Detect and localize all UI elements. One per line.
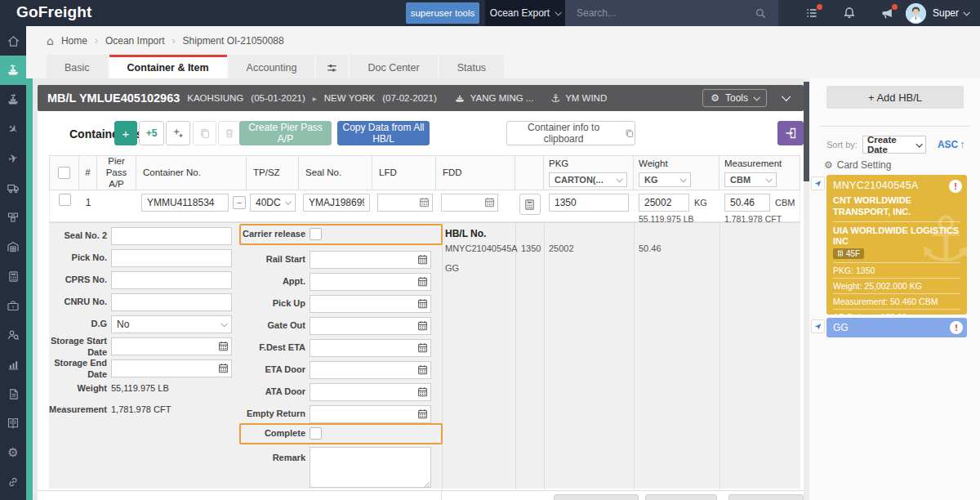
sidebar-item-workspace[interactable] [0, 291, 26, 320]
sort-direction-toggle[interactable]: ASC ↑ [938, 139, 964, 150]
tools-button[interactable]: ⚙ Tools [702, 89, 767, 107]
storage-start-input[interactable] [111, 337, 232, 355]
sidebar-item-links[interactable] [0, 467, 26, 497]
collapse-chevron-icon[interactable] [782, 92, 791, 100]
container-info-clipboard-button[interactable]: Container info to clipboard [506, 121, 635, 145]
partial-button[interactable] [645, 494, 717, 500]
tab-container-item[interactable]: Container & Item [109, 55, 227, 78]
tab-status[interactable]: Status [439, 55, 504, 78]
calendar-icon[interactable] [417, 320, 428, 331]
calendar-icon[interactable] [417, 408, 428, 419]
eta-door-input[interactable] [310, 361, 431, 379]
copy-data-from-hbl-button[interactable]: Copy Data from All HB/L [337, 121, 430, 145]
tp-sz-select[interactable]: 40DC [250, 194, 296, 212]
main-scrollbar-thumb[interactable] [804, 82, 809, 181]
sidebar-item-air-export[interactable]: ✈ [0, 144, 26, 173]
calendar-icon[interactable] [218, 363, 229, 373]
user-menu[interactable]: Super [906, 3, 969, 24]
empty-return-input[interactable] [310, 405, 431, 423]
export-containers-button[interactable] [777, 121, 804, 145]
announcements-button[interactable] [868, 0, 906, 26]
sidebar-item-ledger[interactable] [0, 408, 26, 438]
calendar-icon[interactable] [417, 254, 428, 265]
weight-unit-select[interactable]: KG [639, 172, 691, 187]
calculate-button[interactable] [519, 194, 541, 215]
sidebar-item-crm[interactable] [0, 320, 26, 350]
sidebar-item-settings[interactable]: ⚙ [0, 438, 26, 467]
sidebar-item-home[interactable] [0, 26, 26, 56]
calendar-icon[interactable] [218, 341, 229, 351]
add-five-containers-button[interactable]: +5 [139, 121, 164, 145]
gate-out-input[interactable] [310, 317, 431, 335]
cprs-no-input[interactable] [111, 271, 232, 289]
hbl-summary-no[interactable]: MNYC21040545A [445, 243, 518, 253]
tab-basic[interactable]: Basic [47, 55, 108, 78]
search-input[interactable] [577, 7, 748, 19]
tab-accounting[interactable]: Accounting [229, 55, 315, 78]
sidebar-item-documents[interactable] [0, 379, 26, 408]
measurement-unit-select[interactable]: CBM [724, 172, 777, 187]
seal2-input[interactable] [111, 227, 232, 245]
tab-accounting-filter[interactable] [316, 55, 348, 78]
copy-container-button[interactable] [193, 121, 216, 145]
seal-no-input[interactable] [303, 194, 370, 212]
batch-add-button[interactable] [166, 121, 190, 145]
complete-checkbox[interactable] [310, 427, 322, 440]
measurement-input[interactable] [724, 194, 770, 212]
goto-hbl-button[interactable] [811, 176, 825, 190]
remove-container-button[interactable]: − [233, 196, 246, 209]
storage-end-input[interactable] [111, 359, 232, 377]
dg-select[interactable]: No [111, 315, 232, 333]
notifications-button[interactable] [831, 0, 868, 26]
sidebar-item-warehouse[interactable] [0, 232, 26, 261]
fdest-eta-input[interactable] [310, 339, 431, 357]
cnru-no-input[interactable] [111, 293, 232, 311]
container-no-input[interactable] [141, 194, 229, 212]
sidebar-item-trucking[interactable] [0, 173, 26, 203]
remark-textarea[interactable] [310, 447, 431, 488]
pkg-unit-select[interactable]: CARTON(... [549, 172, 627, 187]
calendar-icon[interactable] [417, 276, 428, 287]
tab-doc-center[interactable]: Doc Center [350, 55, 437, 78]
calendar-icon[interactable] [419, 197, 430, 208]
partial-button[interactable] [554, 494, 639, 500]
add-container-button[interactable]: + [114, 121, 137, 145]
calendar-icon[interactable] [417, 364, 428, 375]
tasks-button[interactable] [793, 0, 831, 26]
partial-button[interactable] [728, 494, 804, 500]
sidebar-item-air-import[interactable]: ✈ [0, 114, 26, 144]
rail-start-input[interactable] [310, 251, 431, 269]
delete-container-button[interactable] [218, 121, 240, 145]
sidebar-item-accounting[interactable] [0, 261, 26, 291]
sidebar-item-cargo[interactable] [0, 203, 26, 232]
resize-handle-icon[interactable] [423, 480, 430, 488]
carrier-release-checkbox[interactable] [310, 228, 322, 240]
hbl-card[interactable]: MNYC21040545A ! CNT WORLDWIDE TRANSPORT,… [826, 175, 967, 315]
hbl-summary-no-2[interactable]: GG [445, 263, 459, 273]
add-hbl-button[interactable]: + Add HB/L [826, 86, 964, 109]
pick-up-input[interactable] [310, 295, 431, 313]
hbl-card[interactable]: GG ! [826, 318, 967, 337]
goto-hbl-button[interactable] [811, 319, 825, 333]
card-setting-button[interactable]: ⚙ Card Setting [824, 159, 891, 171]
sidebar-item-ocean-import[interactable] [0, 56, 26, 85]
sidebar-item-ocean-export[interactable] [0, 85, 26, 114]
ata-door-input[interactable] [310, 383, 431, 401]
calendar-icon[interactable] [417, 342, 428, 353]
module-select[interactable]: Ocean Export [485, 0, 565, 26]
select-all-checkbox[interactable] [58, 167, 70, 179]
calendar-icon[interactable] [484, 197, 495, 208]
calendar-icon[interactable] [417, 386, 428, 397]
sidebar-item-reports[interactable] [0, 350, 26, 379]
pkg-input[interactable] [549, 194, 629, 212]
breadcrumb-home[interactable]: Home [61, 35, 87, 47]
calendar-icon[interactable] [417, 298, 428, 309]
sort-select[interactable]: Create Date [862, 136, 926, 154]
create-pier-pass-button[interactable]: Create Pier Pass A/P [239, 121, 332, 145]
appt-input[interactable] [310, 273, 431, 291]
weight-input[interactable] [639, 194, 689, 212]
superuser-tools-button[interactable]: superuser tools [406, 2, 479, 24]
breadcrumb-section[interactable]: Ocean Import [105, 35, 165, 47]
row-checkbox[interactable] [59, 194, 71, 206]
pick-no-input[interactable] [111, 249, 232, 267]
